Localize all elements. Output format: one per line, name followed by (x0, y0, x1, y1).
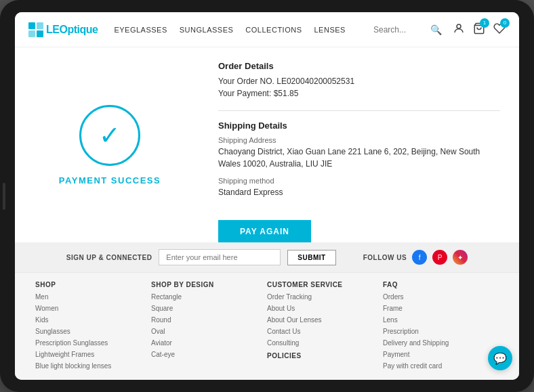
submit-button[interactable]: SUBMIT (287, 250, 335, 265)
order-details-section: Order Details Your Order NO. LE020040200… (218, 61, 500, 98)
signup-label: SIGN UP & CONNECTED (66, 254, 152, 261)
shipping-details-section: Shipping Details Shipping Address Chaoya… (218, 121, 500, 198)
facebook-icon[interactable]: f (412, 250, 427, 265)
site-header: LEOptique EYEGLASSES SUNGLASSES COLLECTI… (15, 12, 519, 47)
section-divider (218, 110, 500, 111)
footer-link-consulting[interactable]: Consulting (267, 339, 383, 348)
footer-policies-title: POLICIES (267, 352, 383, 360)
footer-link-men[interactable]: Men (35, 292, 151, 302)
wishlist-badge: 0 (500, 18, 510, 28)
svg-rect-0 (28, 22, 35, 29)
footer-link-prescription[interactable]: Prescription Sunglasses (35, 339, 151, 348)
cart-icon[interactable]: 1 (473, 22, 485, 37)
header-icons: 1 0 (453, 22, 506, 37)
follow-us-section: FOLLOW US f P ✦ (363, 250, 468, 265)
footer-link-lightweight[interactable]: Lightweight Frames (35, 350, 151, 360)
footer-shop-title: SHOP (35, 281, 151, 288)
main-content: ✓ PAYMENT SUCCESS Order Details Your Ord… (15, 47, 519, 242)
nav-collections[interactable]: COLLECTIONS (245, 26, 302, 34)
payment-success-panel: ✓ PAYMENT SUCCESS (15, 47, 205, 242)
svg-point-4 (457, 24, 461, 28)
payment-success-label: PAYMENT SUCCESS (59, 175, 161, 186)
email-input[interactable] (159, 249, 281, 265)
footer-link-delivery[interactable]: Delivery and Shipping (383, 339, 499, 348)
footer-design-title: SHOP BY DESIGN (151, 281, 267, 288)
footer-link-payment[interactable]: Payment (383, 350, 499, 360)
footer-links: SHOP Men Women Kids Sunglasses Prescript… (15, 273, 519, 380)
footer-link-cateye[interactable]: Cat-eye (151, 350, 267, 360)
search-icon[interactable]: 🔍 (430, 24, 442, 35)
footer-link-tracking[interactable]: Order Tracking (267, 292, 383, 302)
footer-link-round[interactable]: Round (151, 315, 267, 325)
svg-rect-3 (37, 30, 43, 37)
svg-rect-1 (37, 22, 43, 29)
payment-amount: Your Payment: $51.85 (218, 89, 500, 98)
wishlist-icon[interactable]: 0 (493, 22, 506, 37)
footer-link-lenses[interactable]: About Our Lenses (267, 315, 383, 325)
footer-link-rectangle[interactable]: Rectangle (151, 292, 267, 302)
order-number: Your Order NO. LE020040200052531 (218, 77, 500, 86)
footer-link-contact[interactable]: Contact Us (267, 327, 383, 336)
address-label: Shipping Address (218, 136, 500, 144)
site-footer: SIGN UP & CONNECTED SUBMIT FOLLOW US f P… (15, 242, 519, 380)
footer-faq-col: FAQ Orders Frame Lens Prescription Deliv… (383, 281, 499, 373)
footer-link-women[interactable]: Women (35, 304, 151, 313)
cart-badge: 1 (480, 18, 489, 28)
pay-again-button[interactable]: PAY AGAIN (218, 220, 311, 242)
follow-us-label: FOLLOW US (363, 254, 407, 261)
footer-link-about[interactable]: About Us (267, 304, 383, 313)
footer-service-title: CUSTOMER SERVICE (267, 281, 383, 288)
footer-design-col: SHOP BY DESIGN Rectangle Square Round Ov… (151, 281, 267, 373)
footer-link-square[interactable]: Square (151, 304, 267, 313)
search-area: 🔍 (373, 24, 442, 35)
footer-link-lens[interactable]: Lens (383, 315, 499, 325)
instagram-icon[interactable]: ✦ (453, 250, 468, 265)
main-nav: EYEGLASSES SUNGLASSES COLLECTIONS LENSES (114, 26, 373, 34)
footer-link-oval[interactable]: Oval (151, 327, 267, 336)
address-value: Chaoyang District, Xiao Guan Lane 221 La… (218, 146, 500, 170)
order-info-panel: Order Details Your Order NO. LE020040200… (205, 47, 519, 242)
success-circle: ✓ (79, 105, 140, 166)
logo-icon (28, 22, 43, 37)
footer-service-col: CUSTOMER SERVICE Order Tracking About Us… (267, 281, 383, 373)
checkmark-icon: ✓ (99, 123, 121, 148)
nav-sunglasses[interactable]: SUNGLASSES (180, 26, 234, 34)
footer-shop-col: SHOP Men Women Kids Sunglasses Prescript… (35, 281, 151, 373)
svg-rect-2 (28, 30, 35, 37)
account-icon[interactable] (453, 22, 465, 37)
footer-link-bluelight[interactable]: Blue light blocking lenses (35, 362, 151, 371)
nav-lenses[interactable]: LENSES (314, 26, 346, 34)
footer-faq-title: FAQ (383, 281, 499, 288)
shipping-method-value: Standard Express (218, 186, 500, 198)
footer-link-prescription-faq[interactable]: Prescription (383, 327, 499, 336)
footer-link-credit[interactable]: Pay with credit card (383, 362, 499, 371)
shipping-details-title: Shipping Details (218, 121, 500, 131)
footer-link-sunglasses[interactable]: Sunglasses (35, 327, 151, 336)
chat-bubble[interactable]: 💬 (488, 346, 512, 370)
nav-eyeglasses[interactable]: EYEGLASSES (114, 26, 167, 34)
footer-link-aviator[interactable]: Aviator (151, 339, 267, 348)
footer-link-kids[interactable]: Kids (35, 315, 151, 325)
logo[interactable]: LEOptique (28, 22, 98, 37)
logo-text: LEOptique (46, 24, 98, 36)
signup-section: SIGN UP & CONNECTED SUBMIT FOLLOW US f P… (15, 242, 519, 273)
pinterest-icon[interactable]: P (432, 250, 447, 265)
footer-link-frame[interactable]: Frame (383, 304, 499, 313)
search-input[interactable] (373, 25, 428, 35)
shipping-method-label: Shipping method (218, 177, 500, 185)
footer-link-orders[interactable]: Orders (383, 292, 499, 302)
order-details-title: Order Details (218, 61, 500, 71)
